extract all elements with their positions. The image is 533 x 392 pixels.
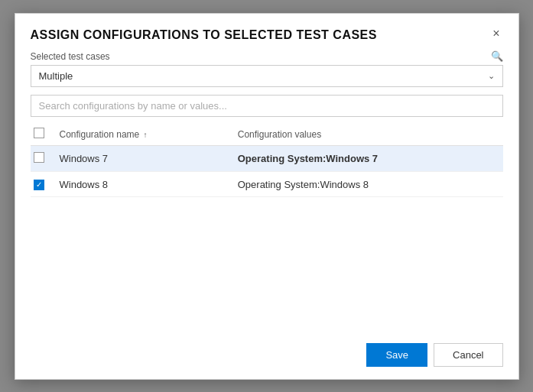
row-checkbox[interactable] [34, 180, 44, 190]
assign-configurations-dialog: ASSIGN CONFIGURATIONS TO SELECTED TEST C… [15, 13, 519, 380]
config-name-header[interactable]: Configuration name ↑ [54, 123, 232, 146]
row-checkbox[interactable] [34, 152, 44, 163]
config-values-header: Configuration values [232, 123, 503, 146]
sort-asc-icon: ↑ [144, 131, 148, 139]
configurations-table: Configuration name ↑ Configuration value… [31, 123, 503, 197]
chevron-down-icon: ⌄ [488, 71, 495, 81]
config-name-cell: Windows 7 [54, 146, 232, 172]
selected-test-cases-label: Selected test cases 🔍 [31, 50, 503, 62]
test-cases-dropdown[interactable]: Multiple ⌄ [31, 65, 503, 87]
select-all-checkbox[interactable] [34, 128, 44, 138]
dialog-body: Selected test cases 🔍 Multiple ⌄ Configu… [15, 50, 518, 330]
table-body: Windows 7Operating System:Windows 7Windo… [31, 146, 503, 197]
table-header-row: Configuration name ↑ Configuration value… [31, 123, 503, 146]
selected-test-cases-text: Selected test cases [31, 51, 110, 62]
table-row: Windows 7Operating System:Windows 7 [31, 146, 503, 172]
config-values-label: Configuration values [238, 129, 321, 140]
select-all-header [31, 123, 54, 146]
cancel-button[interactable]: Cancel [434, 343, 502, 367]
search-input[interactable] [39, 100, 495, 112]
search-icon[interactable]: 🔍 [491, 50, 503, 62]
config-values-cell: Operating System:Windows 7 [232, 146, 503, 172]
dialog-header: ASSIGN CONFIGURATIONS TO SELECTED TEST C… [15, 14, 518, 51]
table-row: Windows 8Operating System:Windows 8 [31, 172, 503, 197]
dropdown-value: Multiple [39, 70, 73, 82]
dialog-footer: Save Cancel [15, 331, 518, 379]
search-box [31, 95, 503, 117]
dialog-title: ASSIGN CONFIGURATIONS TO SELECTED TEST C… [31, 28, 483, 44]
config-name-label: Configuration name [60, 129, 140, 140]
config-values-cell: Operating System:Windows 8 [232, 172, 503, 197]
config-name-cell: Windows 8 [54, 172, 232, 197]
save-button[interactable]: Save [366, 343, 427, 367]
close-button[interactable]: × [489, 28, 502, 40]
